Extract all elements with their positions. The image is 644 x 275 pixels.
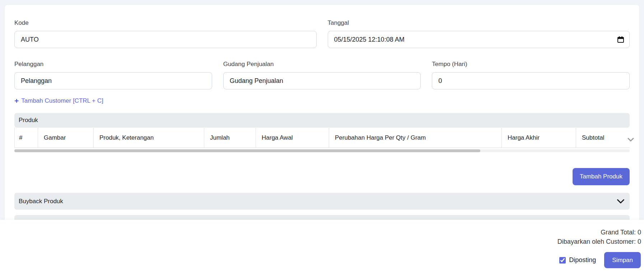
tempo-field-group: Tempo (Hari) xyxy=(432,60,630,89)
form-row-2: Pelanggan Pelanggan Gudang Penjualan Gud… xyxy=(14,60,630,89)
gudang-label: Gudang Penjualan xyxy=(223,60,421,68)
buyback-produk-title: Buyback Produk xyxy=(19,198,63,205)
produk-table-header-row: # Gambar Produk, Keterangan Jumlah Harga… xyxy=(14,127,630,148)
kode-field-group: Kode xyxy=(14,19,317,48)
gudang-field-group: Gudang Penjualan Gudang Penjualan xyxy=(223,60,421,89)
gudang-selected-value: Gudang Penjualan xyxy=(230,77,406,85)
pelanggan-selected-value: Pelanggan xyxy=(21,77,197,85)
tambah-customer-link[interactable]: + Tambah Customer [CTRL + C] xyxy=(14,97,103,104)
column-header-gambar: Gambar xyxy=(38,128,93,148)
tambah-produk-button[interactable]: Tambah Produk xyxy=(573,168,630,185)
buyback-produk-header[interactable]: Buyback Produk xyxy=(14,193,630,210)
diposting-checkbox[interactable] xyxy=(559,257,566,264)
produk-panel-title: Produk xyxy=(19,117,38,124)
totals-block: Grand Total: 0 Dibayarkan oleh Customer:… xyxy=(0,228,641,246)
tanggal-label: Tanggal xyxy=(328,19,630,27)
simpan-button[interactable]: Simpan xyxy=(604,252,641,268)
horizontal-scrollbar-thumb[interactable] xyxy=(14,149,480,152)
dibayarkan-label: Dibayarkan oleh Customer: xyxy=(557,238,636,245)
grand-total-line: Grand Total: 0 xyxy=(0,228,641,237)
pelanggan-label: Pelanggan xyxy=(14,60,212,68)
produk-actions-row: Tambah Produk xyxy=(14,168,630,185)
form-row-1: Kode Tanggal xyxy=(14,19,630,48)
tambah-customer-link-label: Tambah Customer [CTRL + C] xyxy=(21,97,103,104)
produk-table-scroll-area: # Gambar Produk, Keterangan Jumlah Harga… xyxy=(14,127,630,148)
column-header-number: # xyxy=(14,128,38,148)
calendar-icon[interactable] xyxy=(617,36,624,43)
column-header-harga-awal: Harga Awal xyxy=(256,128,329,148)
produk-panel: Produk # Gambar Produk, Keterangan Jumla… xyxy=(14,113,630,152)
grand-total-value: 0 xyxy=(638,229,641,236)
tempo-input[interactable] xyxy=(432,72,630,89)
tempo-label: Tempo (Hari) xyxy=(432,60,630,68)
dibayarkan-line: Dibayarkan oleh Customer: 0 xyxy=(0,237,641,246)
produk-table-horizontal-scrollbar xyxy=(14,149,630,152)
chevron-down-icon xyxy=(627,138,634,142)
column-header-produk-keterangan: Produk, Keterangan xyxy=(93,128,204,148)
diposting-label: Diposting xyxy=(569,256,596,264)
grand-total-label: Grand Total: xyxy=(601,229,636,236)
column-header-subtotal: Subtotal xyxy=(576,128,630,148)
kode-label: Kode xyxy=(14,19,317,27)
produk-panel-header: Produk xyxy=(14,113,630,127)
pelanggan-select[interactable]: Pelanggan xyxy=(14,72,212,89)
kode-input[interactable] xyxy=(14,31,317,48)
tanggal-field-group: Tanggal xyxy=(328,19,630,48)
plus-icon: + xyxy=(14,97,19,104)
sticky-footer: Grand Total: 0 Dibayarkan oleh Customer:… xyxy=(0,220,644,275)
column-header-jumlah: Jumlah xyxy=(204,128,256,148)
column-header-perubahan-harga: Perubahan Harga Per Qty / Gram xyxy=(329,128,501,148)
footer-actions-row: Diposting Simpan xyxy=(0,252,641,268)
gudang-penjualan-select[interactable]: Gudang Penjualan xyxy=(223,72,421,89)
sales-form-content: Kode Tanggal xyxy=(5,5,639,229)
tanggal-input[interactable] xyxy=(328,31,630,48)
chevron-down-icon xyxy=(617,199,625,204)
pelanggan-field-group: Pelanggan Pelanggan xyxy=(14,60,212,89)
column-header-harga-akhir: Harga Akhir xyxy=(501,128,576,148)
dibayarkan-value: 0 xyxy=(638,238,641,245)
